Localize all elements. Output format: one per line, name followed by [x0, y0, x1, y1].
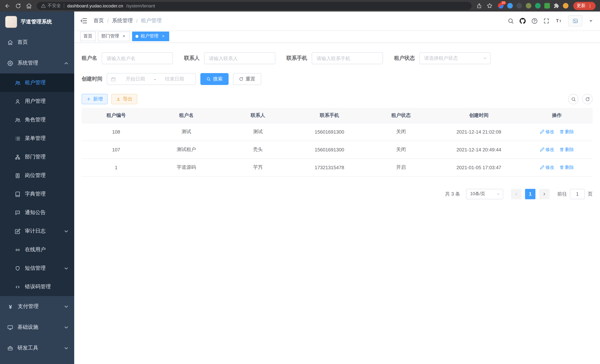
home-icon: [7, 39, 13, 45]
tag-home[interactable]: 首页: [80, 31, 96, 41]
extensions-puzzle-icon[interactable]: [554, 3, 559, 9]
export-button[interactable]: 导出: [111, 94, 137, 104]
sidebar-item-audit-log[interactable]: 审计日志: [0, 222, 74, 241]
font-size-icon[interactable]: [555, 18, 562, 24]
tag-dept-management[interactable]: 部门管理 ×: [98, 31, 130, 41]
refresh-table-button[interactable]: [582, 94, 593, 104]
sidebar-item-online-users[interactable]: 在线用户: [0, 241, 74, 259]
filter-tenant-name: 租户名: [82, 52, 173, 64]
contact-mobile-input[interactable]: [312, 52, 383, 64]
status-select[interactable]: 请选择租户状态: [419, 52, 490, 64]
chevron-left-icon: [514, 192, 518, 196]
update-label: 更新: [577, 3, 586, 9]
sidebar-item-post-management[interactable]: 岗位管理: [0, 166, 74, 185]
fullscreen-icon[interactable]: [543, 18, 550, 24]
avatar[interactable]: [568, 15, 582, 26]
filter-create-time: 创建时间 开始日期 - 结束日期: [82, 73, 196, 85]
edit-document-icon: [15, 228, 20, 234]
sidebar-fold-icon[interactable]: [80, 17, 88, 25]
security-label: 不安全: [47, 3, 61, 9]
col-mobile: 联系手机: [294, 108, 365, 123]
close-icon[interactable]: ×: [161, 34, 166, 39]
reset-button[interactable]: 重置: [233, 73, 261, 85]
sidebar-item-sms-management[interactable]: 短信管理: [0, 259, 74, 278]
page-number-button[interactable]: 1: [525, 189, 535, 199]
delete-link[interactable]: 删除: [559, 129, 574, 135]
delete-link[interactable]: 删除: [559, 164, 574, 170]
help-icon[interactable]: [531, 18, 538, 24]
sidebar-item-notice[interactable]: 通知公告: [0, 203, 74, 222]
edit-link[interactable]: 修改: [540, 146, 554, 153]
toggle-search-button[interactable]: [568, 94, 579, 104]
table-tools: [568, 94, 593, 104]
tag-tenant-management[interactable]: 租户管理 ×: [132, 31, 169, 41]
briefcase-icon: [7, 345, 13, 351]
page-size-select[interactable]: 10条/页: [466, 189, 503, 199]
sidebar-item-user-management[interactable]: 用户管理: [0, 92, 74, 111]
extensions-area: 10: [498, 3, 568, 9]
gear-icon: [7, 60, 13, 66]
col-tenant-id: 租户编号: [82, 108, 151, 123]
users-icon: [15, 117, 20, 123]
prev-page-button[interactable]: [511, 189, 521, 199]
sidebar-item-tenant-management[interactable]: 租户管理: [0, 74, 74, 92]
browser-reload-button[interactable]: [15, 3, 21, 9]
chevron-down-icon: [496, 192, 501, 196]
date-range-picker[interactable]: 开始日期 - 结束日期: [107, 73, 196, 85]
logo-image: [5, 16, 17, 28]
browser-home-button[interactable]: [26, 3, 32, 9]
download-icon: [116, 97, 121, 101]
goto-page-input[interactable]: [570, 189, 585, 199]
extension-icon[interactable]: [544, 3, 550, 9]
browser-update-button[interactable]: 更新: [573, 2, 596, 10]
extension-icon[interactable]: 10: [498, 3, 504, 9]
share-button[interactable]: [477, 3, 482, 9]
extension-icon[interactable]: [507, 3, 513, 9]
sidebar-item-role-management[interactable]: 角色管理: [0, 111, 74, 129]
sidebar-item-dept-management[interactable]: 部门管理: [0, 148, 74, 166]
delete-link[interactable]: 删除: [559, 146, 574, 153]
sidebar-item-dev-tools[interactable]: 研发工具: [0, 338, 74, 358]
broken-image-icon: [572, 18, 578, 24]
app-frame: 芋道管理系统 首页 系统管理 租户管理 用户管理: [0, 11, 600, 364]
table-row: 1 芋道源码 芋艿 17321315478 开启 2021-01-05 17:0…: [82, 159, 593, 176]
contact-name-input[interactable]: [204, 52, 275, 64]
site-security-warning[interactable]: 不安全: [41, 3, 61, 9]
sidebar-item-dict-management[interactable]: 字典管理: [0, 185, 74, 203]
filter-status: 租户状态 请选择租户状态: [394, 52, 490, 64]
tenant-name-input[interactable]: [102, 52, 173, 64]
breadcrumb-system[interactable]: 系统管理: [112, 18, 133, 24]
sidebar-item-system-management[interactable]: 系统管理: [0, 53, 74, 74]
table-toolbar: 新增 导出: [82, 94, 593, 104]
table-header-row: 租户编号 租户名 联系人 联系手机 租户状态 创建时间 操作: [82, 108, 593, 123]
caret-down-icon[interactable]: [588, 18, 594, 24]
sidebar-item-payment-management[interactable]: ¥ 支付管理: [0, 296, 74, 317]
extension-icon[interactable]: [516, 3, 522, 9]
edit-link[interactable]: 修改: [540, 164, 554, 170]
browser-chrome: 不安全 dashboard.yudao.iocoder.cn/system/te…: [0, 0, 600, 11]
browser-back-button[interactable]: [4, 3, 10, 9]
url-host: dashboard.yudao.iocoder.cn: [67, 3, 123, 8]
add-button[interactable]: 新增: [82, 94, 108, 104]
tenant-table: 租户编号 租户名 联系人 联系手机 租户状态 创建时间 操作 108 测试: [82, 108, 593, 177]
extension-icon[interactable]: [526, 3, 531, 9]
sidebar-item-infrastructure[interactable]: 基础设施: [0, 317, 74, 338]
github-icon[interactable]: [519, 18, 526, 24]
tags-view: 首页 部门管理 × 租户管理 ×: [74, 30, 600, 43]
bookmark-star-button[interactable]: [487, 3, 492, 9]
extension-icon[interactable]: [535, 3, 541, 9]
id-badge-icon: [15, 173, 20, 178]
extension-icon[interactable]: [563, 3, 568, 9]
address-bar[interactable]: 不安全 dashboard.yudao.iocoder.cn/system/te…: [37, 2, 472, 10]
close-icon[interactable]: ×: [121, 34, 127, 39]
search-button[interactable]: 搜索: [200, 73, 229, 85]
edit-link[interactable]: 修改: [540, 129, 554, 135]
sidebar-item-menu-management[interactable]: 菜单管理: [0, 129, 74, 148]
next-page-button[interactable]: [539, 189, 550, 199]
breadcrumb-home[interactable]: 首页: [94, 18, 104, 24]
sidebar-item-error-code-management[interactable]: 错误码管理: [0, 278, 74, 296]
table-row: 107 测试租户 秃头 15601691300 关闭 2021-12-14 20…: [82, 141, 593, 159]
sidebar-item-home[interactable]: 首页: [0, 32, 74, 53]
app-logo[interactable]: 芋道管理系统: [0, 11, 74, 32]
header-search-icon[interactable]: [508, 18, 514, 24]
